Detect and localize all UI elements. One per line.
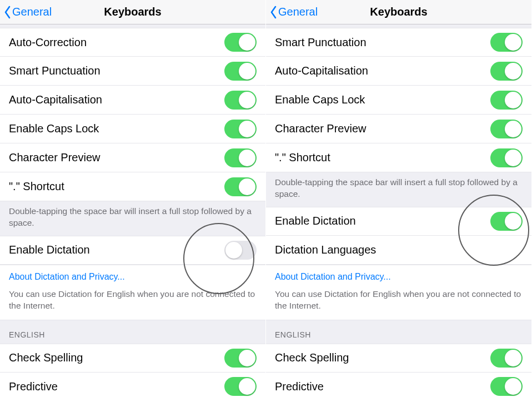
- setting-label: Enable Caps Lock: [9, 122, 224, 135]
- setting-toggle[interactable]: [490, 377, 523, 396]
- settings-group-1: Auto-CorrectionSmart PunctuationAuto-Cap…: [0, 28, 265, 201]
- setting-toggle[interactable]: [224, 62, 257, 81]
- setting-label: Check Spelling: [275, 351, 490, 364]
- setting-row[interactable]: Auto-Capitalisation: [0, 86, 265, 115]
- setting-toggle[interactable]: [224, 33, 257, 52]
- enable-dictation-label: Enable Dictation: [275, 215, 490, 227]
- back-button[interactable]: General: [266, 6, 318, 19]
- settings-group-2: Check SpellingPredictive: [0, 344, 265, 397]
- about-dictation-link[interactable]: About Dictation and Privacy...: [9, 272, 125, 281]
- setting-label: Auto-Capitalisation: [9, 93, 224, 106]
- enable-dictation-label: Enable Dictation: [9, 244, 224, 256]
- setting-label: "." Shortcut: [275, 151, 490, 164]
- settings-group-1: Smart PunctuationAuto-CapitalisationEnab…: [266, 28, 531, 172]
- setting-row[interactable]: "." Shortcut: [0, 172, 265, 201]
- setting-row[interactable]: Smart Punctuation: [0, 57, 265, 86]
- setting-row[interactable]: Enable Caps Lock: [0, 115, 265, 143]
- setting-toggle[interactable]: [224, 177, 257, 196]
- enable-dictation-row[interactable]: Enable Dictation: [0, 236, 265, 265]
- back-label: General: [12, 6, 52, 18]
- setting-row[interactable]: Enable Caps Lock: [266, 86, 531, 115]
- enable-dictation-toggle[interactable]: [490, 212, 523, 231]
- setting-label: Predictive: [275, 380, 490, 393]
- setting-label: Character Preview: [275, 122, 490, 135]
- setting-label: Auto-Capitalisation: [275, 64, 490, 77]
- right-phone: General Keyboards Smart PunctuationAuto-…: [266, 0, 532, 397]
- setting-label: Auto-Correction: [9, 36, 224, 49]
- shortcut-footer: Double-tapping the space bar will insert…: [266, 172, 531, 207]
- setting-row[interactable]: Check Spelling: [0, 344, 265, 373]
- about-dictation-row[interactable]: About Dictation and Privacy...: [0, 265, 265, 285]
- chevron-left-icon: [269, 6, 277, 19]
- enable-dictation-row[interactable]: Enable Dictation: [266, 207, 531, 236]
- navbar: General Keyboards: [266, 0, 531, 24]
- back-button[interactable]: General: [0, 6, 52, 19]
- dictation-languages-label: Dictation Languages: [275, 244, 523, 256]
- navbar: General Keyboards: [0, 0, 265, 24]
- setting-toggle[interactable]: [490, 349, 523, 368]
- setting-toggle[interactable]: [224, 91, 257, 110]
- shortcut-footer: Double-tapping the space bar will insert…: [0, 201, 265, 236]
- setting-row[interactable]: Predictive: [0, 373, 265, 397]
- setting-toggle[interactable]: [490, 33, 523, 52]
- chevron-left-icon: [3, 6, 11, 19]
- settings-group-2: Check SpellingPredictive: [266, 344, 531, 397]
- setting-toggle[interactable]: [224, 377, 257, 396]
- english-section-header: ENGLISH: [0, 320, 265, 344]
- setting-label: Check Spelling: [9, 351, 224, 364]
- setting-row[interactable]: Predictive: [266, 373, 531, 397]
- dictation-info: You can use Dictation for English when y…: [0, 285, 265, 320]
- setting-toggle[interactable]: [490, 91, 523, 110]
- setting-label: Smart Punctuation: [9, 64, 224, 77]
- about-dictation-row[interactable]: About Dictation and Privacy...: [266, 265, 531, 285]
- setting-label: Enable Caps Lock: [275, 93, 490, 106]
- setting-label: Smart Punctuation: [275, 36, 490, 49]
- setting-toggle[interactable]: [490, 148, 523, 167]
- setting-toggle[interactable]: [490, 62, 523, 81]
- setting-row[interactable]: Check Spelling: [266, 344, 531, 373]
- setting-toggle[interactable]: [224, 120, 257, 138]
- setting-toggle[interactable]: [490, 120, 523, 138]
- setting-label: Predictive: [9, 380, 224, 393]
- setting-row[interactable]: Character Preview: [266, 115, 531, 143]
- dictation-info: You can use Dictation for English when y…: [266, 285, 531, 320]
- setting-row[interactable]: Smart Punctuation: [266, 28, 531, 57]
- left-phone: General Keyboards Auto-CorrectionSmart P…: [0, 0, 266, 397]
- back-label: General: [278, 6, 318, 18]
- setting-row[interactable]: Character Preview: [0, 143, 265, 172]
- setting-toggle[interactable]: [224, 148, 257, 167]
- setting-label: "." Shortcut: [9, 180, 224, 193]
- enable-dictation-toggle[interactable]: [224, 241, 257, 260]
- setting-toggle[interactable]: [224, 349, 257, 368]
- about-dictation-link[interactable]: About Dictation and Privacy...: [275, 272, 391, 281]
- setting-label: Character Preview: [9, 151, 224, 164]
- english-section-header: ENGLISH: [266, 320, 531, 344]
- setting-row[interactable]: Auto-Capitalisation: [266, 57, 531, 86]
- setting-row[interactable]: Auto-Correction: [0, 28, 265, 57]
- dictation-languages-row[interactable]: Dictation Languages: [266, 236, 531, 265]
- setting-row[interactable]: "." Shortcut: [266, 143, 531, 172]
